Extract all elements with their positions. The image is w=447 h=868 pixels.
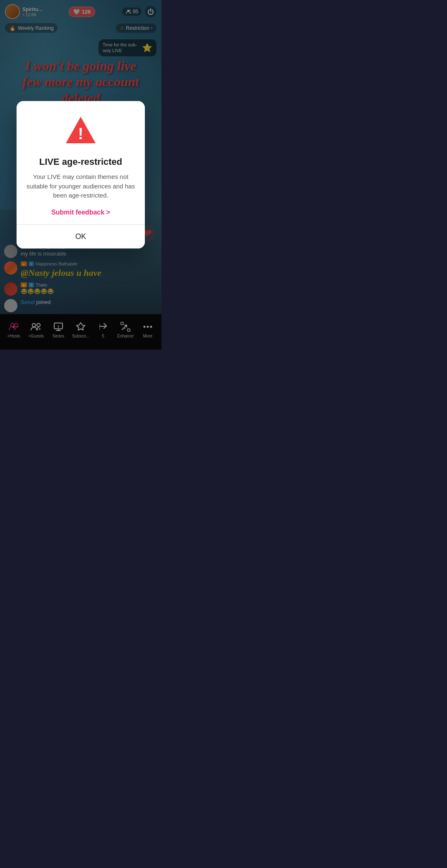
modal-overlay[interactable]: ! LIVE age-restricted Your LIVE may cont…	[0, 0, 161, 350]
submit-feedback-link[interactable]: Submit feedback >	[26, 209, 135, 216]
modal-ok-button[interactable]: OK	[17, 225, 145, 248]
modal-description: Your LIVE may contain themes not suitabl…	[26, 172, 135, 200]
modal-body: ! LIVE age-restricted Your LIVE may cont…	[17, 101, 145, 224]
modal-title: LIVE age-restricted	[26, 157, 135, 167]
svg-text:!: !	[78, 125, 84, 142]
submit-feedback-label: Submit feedback >	[51, 209, 110, 216]
age-restriction-modal: ! LIVE age-restricted Your LIVE may cont…	[17, 101, 145, 248]
warning-triangle-icon: !	[64, 113, 97, 147]
